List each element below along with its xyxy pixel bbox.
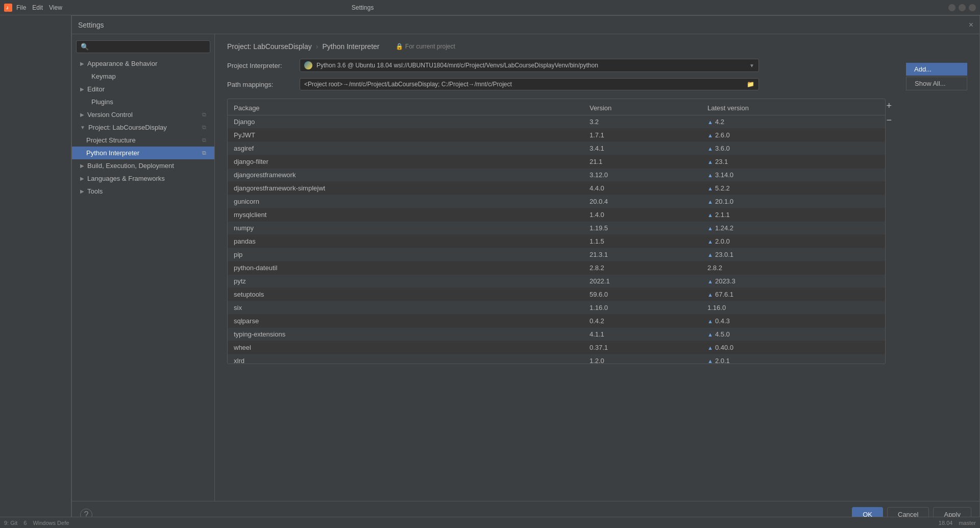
table-row[interactable]: PyJWT1.7.1▲2.6.0 [228, 129, 885, 142]
nav-item-label: Version Control [87, 111, 133, 118]
dialog-close-button[interactable]: × [969, 20, 973, 30]
package-latest-version: ▲4.5.0 [701, 328, 885, 341]
nav-item-label: Project Structure [86, 136, 136, 144]
update-arrow-icon: ▲ [707, 159, 713, 165]
nav-search-box[interactable]: 🔍 [76, 40, 210, 53]
expand-icon: ▶ [80, 112, 84, 117]
menu-file[interactable]: File [16, 4, 26, 11]
show-all-button[interactable]: Show All... [906, 77, 967, 90]
package-name: Django [228, 115, 583, 129]
search-input[interactable] [92, 43, 206, 51]
package-version: 59.6.0 [583, 288, 701, 301]
nav-item-project-structure[interactable]: Project Structure ⧉ [72, 134, 214, 147]
table-row[interactable]: typing-extensions4.1.1▲4.5.0 [228, 328, 885, 341]
package-name: typing-extensions [228, 328, 583, 341]
package-latest-version: ▲3.14.0 [701, 169, 885, 182]
nav-item-editor[interactable]: ▶ Editor [72, 83, 214, 95]
table-row[interactable]: pandas1.1.5▲2.0.0 [228, 235, 885, 248]
nav-item-label: Plugins [91, 98, 113, 106]
menu-view[interactable]: View [49, 4, 62, 11]
lock-icon: 🔒 [396, 43, 403, 50]
nav-item-python-interpreter[interactable]: Python Interpreter ⧉ [72, 147, 214, 159]
update-arrow-icon: ▲ [707, 292, 713, 298]
table-row[interactable]: Django3.2▲4.2 [228, 115, 885, 129]
col-header-latest: Latest version [701, 101, 885, 115]
nav-item-vcs[interactable]: ▶ Version Control ⧉ [72, 108, 214, 121]
update-arrow-icon: ▲ [707, 238, 713, 245]
update-arrow-icon: ▲ [707, 185, 713, 191]
update-arrow-icon: ▲ [707, 199, 713, 205]
packages-table-wrapper[interactable]: Package Version Latest version Django3.2… [227, 99, 886, 364]
nav-item-project[interactable]: ▼ Project: LabCourseDisplay ⧉ [72, 121, 214, 134]
package-latest-version: 1.16.0 [701, 301, 885, 315]
settings-nav: 🔍 ▶ Appearance & Behavior Keymap ▶ Edito… [72, 34, 215, 501]
table-row[interactable]: six1.16.01.16.0 [228, 301, 885, 315]
update-arrow-icon: ▲ [707, 278, 713, 284]
folder-icon[interactable]: 📁 [747, 81, 754, 88]
package-version: 2.8.2 [583, 261, 701, 275]
package-name: gunicorn [228, 195, 583, 208]
maximize-button[interactable]: □ [959, 4, 966, 11]
copy-icon: ⧉ [202, 150, 206, 156]
expand-icon: ▶ [80, 188, 84, 194]
add-package-button[interactable]: + [882, 99, 896, 113]
table-row[interactable]: asgiref3.4.1▲3.6.0 [228, 142, 885, 155]
table-row[interactable]: djangorestframework3.12.0▲3.14.0 [228, 169, 885, 182]
table-row[interactable]: setuptools59.6.0▲67.6.1 [228, 288, 885, 301]
table-row[interactable]: djangorestframework-simplejwt4.4.0▲5.2.2 [228, 182, 885, 195]
table-row[interactable]: gunicorn20.0.4▲20.1.0 [228, 195, 885, 208]
table-row[interactable]: wheel0.37.1▲0.40.0 [228, 341, 885, 354]
table-row[interactable]: python-dateutil2.8.22.8.2 [228, 261, 885, 275]
table-row[interactable]: pip21.3.1▲23.0.1 [228, 248, 885, 261]
package-latest-version: ▲2.6.0 [701, 129, 885, 142]
version-status: 18.04 [939, 520, 953, 526]
package-version: 4.4.0 [583, 182, 701, 195]
dialog-titlebar: Settings × [72, 16, 979, 34]
minimize-button[interactable]: ─ [948, 4, 955, 11]
windows-status: Windows Defe [33, 520, 69, 526]
package-name: numpy [228, 222, 583, 235]
package-version: 4.1.1 [583, 328, 701, 341]
breadcrumb-page: Python Interpreter [322, 42, 379, 51]
dialog-title-text: Settings [78, 21, 104, 29]
package-latest-version: ▲3.6.0 [701, 142, 885, 155]
nav-item-tools[interactable]: ▶ Tools [72, 185, 214, 198]
for-current-project-label: For current project [405, 43, 455, 50]
table-row[interactable]: pytz2022.1▲2023.3 [228, 275, 885, 288]
menu-edit[interactable]: Edit [32, 4, 43, 11]
close-button[interactable]: × [969, 4, 976, 11]
table-row[interactable]: xlrd1.2.0▲2.0.1 [228, 354, 885, 365]
package-latest-version: ▲2.0.0 [701, 235, 885, 248]
table-row[interactable]: django-filter21.1▲23.1 [228, 155, 885, 169]
add-interpreter-button[interactable]: Add... [906, 63, 967, 76]
table-row[interactable]: mysqlclient1.4.0▲2.1.1 [228, 208, 885, 222]
copy-icon: ⧉ [202, 137, 206, 143]
nav-item-label: Python Interpreter [86, 149, 139, 157]
nav-item-appearance[interactable]: ▶ Appearance & Behavior [72, 57, 214, 70]
update-arrow-icon: ▲ [707, 212, 713, 218]
python-icon [304, 61, 312, 69]
nav-item-languages[interactable]: ▶ Languages & Frameworks [72, 172, 214, 185]
expand-icon: ▶ [80, 61, 84, 66]
search-icon: 🔍 [81, 43, 89, 51]
package-latest-version: ▲0.4.3 [701, 315, 885, 328]
package-version: 3.2 [583, 115, 701, 129]
package-latest-version: ▲2023.3 [701, 275, 885, 288]
table-row[interactable]: numpy1.19.5▲1.24.2 [228, 222, 885, 235]
package-version: 1.4.0 [583, 208, 701, 222]
nav-item-keymap[interactable]: Keymap [72, 70, 214, 83]
path-mappings-label: Path mappings: [227, 81, 293, 88]
package-version: 1.1.5 [583, 235, 701, 248]
remove-package-button[interactable]: − [882, 113, 896, 128]
breadcrumb: Project: LabCourseDisplay › Python Inter… [227, 42, 967, 51]
nav-item-label: Project: LabCourseDisplay [88, 124, 167, 131]
svg-text:J: J [6, 6, 8, 10]
git-status: 9: Git [4, 520, 17, 526]
nav-item-label: Appearance & Behavior [87, 60, 157, 67]
nav-item-plugins[interactable]: Plugins [72, 95, 214, 108]
status-bar: 9: Git 6 Windows Defe 18.04 master [0, 517, 980, 528]
interpreter-select[interactable]: Python 3.6 @ Ubuntu 18.04 wsl://UBUNTU18… [300, 59, 759, 72]
nav-item-build[interactable]: ▶ Build, Execution, Deployment [72, 159, 214, 172]
copy-icon: ⧉ [202, 124, 206, 131]
table-row[interactable]: sqlparse0.4.2▲0.4.3 [228, 315, 885, 328]
